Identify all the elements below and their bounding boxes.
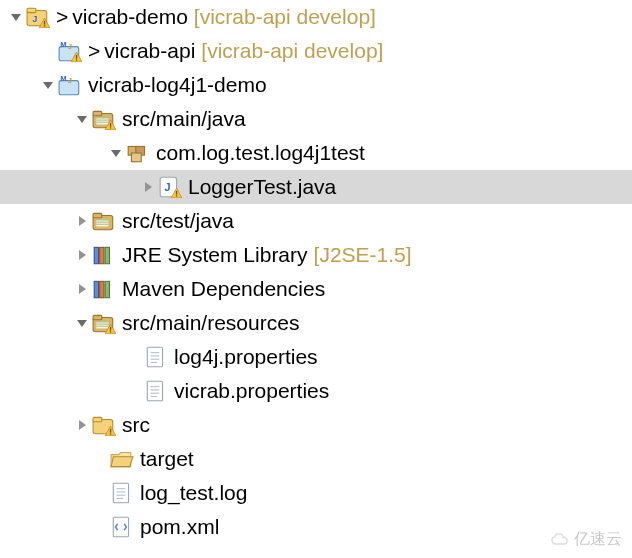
tree-item[interactable]: MJvicrab-log4j1-demo [0, 68, 632, 102]
tree-item[interactable]: src/main/resources [0, 306, 632, 340]
tree-item[interactable]: src/test/java [0, 204, 632, 238]
disclosure-triangle-expanded-icon[interactable] [74, 315, 90, 331]
tree-item-label: Maven Dependencies [122, 277, 325, 301]
svg-text:J: J [165, 181, 171, 193]
disclosure-triangle-collapsed-icon[interactable] [74, 247, 90, 263]
svg-rect-30 [96, 220, 108, 227]
svg-rect-19 [110, 123, 111, 127]
svg-rect-4 [44, 25, 45, 26]
tree-item[interactable]: JLoggerTest.java [0, 170, 632, 204]
svg-rect-20 [110, 127, 111, 128]
tree-item-label: vicrab-log4j1-demo [88, 73, 267, 97]
tree-item[interactable]: log_test.log [0, 476, 632, 510]
svg-rect-34 [94, 247, 98, 263]
tree-item-label: com.log.test.log4j1test [156, 141, 365, 165]
svg-rect-60 [110, 429, 111, 433]
tree-item-label: log4j.properties [174, 345, 318, 369]
disclosure-triangle-collapsed-icon[interactable] [74, 281, 90, 297]
disclosure-triangle-expanded-icon[interactable] [40, 77, 56, 93]
cloud-icon [550, 532, 570, 548]
svg-rect-14 [93, 111, 102, 115]
disclosure-triangle-expanded-icon[interactable] [108, 145, 124, 161]
svg-rect-53 [147, 381, 162, 401]
svg-text:J: J [68, 42, 72, 51]
tree-item[interactable]: vicrab.properties [0, 374, 632, 408]
watermark: 亿速云 [550, 529, 622, 550]
disclosure-triangle-expanded-icon[interactable] [74, 111, 90, 127]
tree-item[interactable]: J>vicrab-demo[vicrab-api develop] [0, 0, 632, 34]
tree-item-label: vicrab-demo [72, 5, 188, 29]
tree-item-label: src/test/java [122, 209, 234, 233]
svg-rect-41 [93, 315, 102, 319]
svg-text:M: M [60, 74, 66, 83]
tree-item-label: target [140, 447, 194, 471]
disclosure-triangle-collapsed-icon[interactable] [74, 417, 90, 433]
disclosure-triangle-collapsed-icon[interactable] [74, 213, 90, 229]
tree-item[interactable]: com.log.test.log4j1test [0, 136, 632, 170]
tree-item-label: src/main/java [122, 107, 246, 131]
svg-rect-35 [100, 247, 104, 263]
tree-item[interactable]: target [0, 442, 632, 476]
svg-rect-38 [100, 281, 104, 297]
xml-icon [110, 516, 134, 538]
tree-item-label: vicrab-api [104, 39, 195, 63]
tree-item[interactable]: src/main/java [0, 102, 632, 136]
source-folder-icon [92, 210, 116, 232]
source-folder-warn-icon [92, 108, 116, 130]
branch-decorator: [J2SE-1.5] [314, 243, 412, 267]
tree-item-label: LoggerTest.java [188, 175, 336, 199]
svg-rect-1 [27, 8, 36, 12]
svg-text:M: M [60, 40, 66, 49]
svg-rect-15 [96, 118, 108, 125]
tree-item[interactable]: Maven Dependencies [0, 272, 632, 306]
folder-open-icon [110, 448, 134, 470]
vcs-dirty-marker: > [56, 5, 68, 29]
svg-rect-23 [131, 153, 141, 162]
source-folder-warn-icon [92, 312, 116, 334]
tree-item[interactable]: MJ>vicrab-api[vicrab-api develop] [0, 34, 632, 68]
svg-rect-39 [105, 281, 109, 297]
tree-item[interactable]: src [0, 408, 632, 442]
svg-rect-46 [110, 327, 111, 331]
branch-decorator: [vicrab-api develop] [194, 5, 376, 29]
maven-module-icon: MJ [58, 74, 82, 96]
library-icon [92, 244, 116, 266]
tree-item[interactable]: log4j.properties [0, 340, 632, 374]
disclosure-triangle-collapsed-icon[interactable] [140, 179, 156, 195]
tree-item-label: pom.xml [140, 515, 219, 539]
package-icon [126, 142, 150, 164]
vcs-dirty-marker: > [88, 39, 100, 63]
svg-rect-36 [105, 247, 109, 263]
watermark-text: 亿速云 [574, 529, 622, 550]
svg-rect-61 [110, 433, 111, 434]
svg-rect-9 [76, 59, 77, 60]
file-icon [110, 482, 134, 504]
svg-text:J: J [33, 14, 38, 24]
tree-item[interactable]: pom.xml [0, 510, 632, 544]
tree-item-label: JRE System Library [122, 243, 308, 267]
project-tree[interactable]: J>vicrab-demo[vicrab-api develop]MJ>vicr… [0, 0, 632, 544]
svg-rect-27 [176, 195, 177, 196]
svg-rect-37 [94, 281, 98, 297]
svg-rect-8 [76, 55, 77, 59]
folder-warn-icon [92, 414, 116, 436]
svg-rect-62 [113, 483, 128, 503]
java-warn-icon: J [158, 176, 182, 198]
svg-rect-47 [110, 331, 111, 332]
svg-rect-26 [176, 191, 177, 195]
branch-decorator: [vicrab-api develop] [201, 39, 383, 63]
disclosure-triangle-expanded-icon[interactable] [8, 9, 24, 25]
file-icon [144, 346, 168, 368]
tree-item-label: src/main/resources [122, 311, 299, 335]
tree-item-label: log_test.log [140, 481, 247, 505]
svg-rect-29 [93, 213, 102, 217]
svg-rect-42 [96, 322, 108, 329]
tree-item-label: vicrab.properties [174, 379, 329, 403]
svg-rect-48 [147, 347, 162, 367]
tree-item-label: src [122, 413, 150, 437]
tree-item[interactable]: JRE System Library[J2SE-1.5] [0, 238, 632, 272]
project-warn-icon: J [26, 6, 50, 28]
svg-text:J: J [68, 76, 72, 85]
library-icon [92, 278, 116, 300]
maven-warn-icon: MJ [58, 40, 82, 62]
